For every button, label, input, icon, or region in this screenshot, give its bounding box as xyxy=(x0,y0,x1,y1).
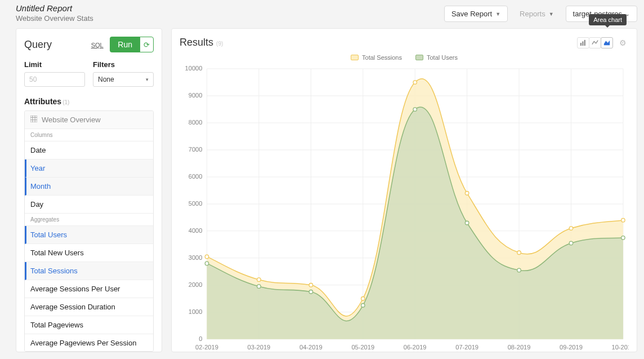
limit-input[interactable] xyxy=(24,72,85,87)
filters-value: None xyxy=(98,76,114,83)
svg-point-41 xyxy=(309,283,312,287)
run-button[interactable]: Run xyxy=(110,37,140,52)
chart-line-button[interactable] xyxy=(589,37,601,48)
svg-point-52 xyxy=(413,108,417,112)
attribute-group[interactable]: Website Overview xyxy=(25,111,153,129)
refresh-button[interactable]: ⟳ xyxy=(140,37,154,52)
aggregate-item[interactable]: Total Users xyxy=(25,226,153,244)
reports-dropdown[interactable]: Reports ▼ xyxy=(512,6,561,22)
line-chart-icon xyxy=(592,39,598,46)
svg-text:4000: 4000 xyxy=(189,227,203,234)
svg-text:7000: 7000 xyxy=(189,146,203,153)
svg-text:8000: 8000 xyxy=(189,119,203,126)
svg-text:3000: 3000 xyxy=(189,254,203,261)
svg-text:07-2019: 07-2019 xyxy=(455,344,478,351)
svg-rect-7 xyxy=(584,39,585,45)
query-title: Query xyxy=(24,39,52,51)
columns-subheading: Columns xyxy=(25,129,153,141)
svg-rect-5 xyxy=(580,43,582,46)
svg-point-49 xyxy=(257,285,261,289)
svg-point-51 xyxy=(361,304,365,308)
svg-text:09-2019: 09-2019 xyxy=(560,344,583,351)
svg-text:6000: 6000 xyxy=(189,173,203,180)
table-icon xyxy=(30,116,37,124)
svg-text:06-2019: 06-2019 xyxy=(404,344,427,351)
svg-text:10-2019: 10-2019 xyxy=(612,344,629,351)
svg-point-47 xyxy=(621,218,625,222)
svg-text:02-2019: 02-2019 xyxy=(195,344,218,351)
svg-point-46 xyxy=(569,227,573,231)
svg-point-44 xyxy=(465,191,468,195)
refresh-icon: ⟳ xyxy=(144,41,150,49)
sql-link[interactable]: SQL xyxy=(91,42,104,48)
svg-point-54 xyxy=(517,268,521,272)
save-report-button[interactable]: Save Report ▼ xyxy=(444,6,508,22)
chart-bar-button[interactable] xyxy=(577,37,589,48)
aggregate-item[interactable]: Total New Users xyxy=(25,244,153,262)
aggregates-subheading: Aggregates xyxy=(25,214,153,226)
chart-settings-button[interactable]: ⚙ xyxy=(616,37,629,48)
gear-icon: ⚙ xyxy=(619,38,627,47)
svg-point-39 xyxy=(205,255,208,259)
page-subtitle: Website Overview Stats xyxy=(16,14,93,23)
column-item[interactable]: Month xyxy=(25,178,153,196)
svg-point-40 xyxy=(257,278,261,282)
svg-point-53 xyxy=(465,221,468,225)
attribute-group-label: Website Overview xyxy=(42,116,101,124)
aggregate-item[interactable]: Average Session Duration xyxy=(25,298,153,316)
svg-text:05-2019: 05-2019 xyxy=(351,344,374,351)
save-report-label: Save Report xyxy=(451,10,492,18)
svg-text:03-2019: 03-2019 xyxy=(248,344,271,351)
svg-text:5000: 5000 xyxy=(189,200,203,207)
svg-point-56 xyxy=(621,236,625,240)
limit-label: Limit xyxy=(24,60,85,69)
caret-down-icon: ▼ xyxy=(549,11,554,17)
legend-users-label: Total Users xyxy=(427,54,458,61)
svg-point-45 xyxy=(517,251,521,255)
attributes-heading: Attributes(1) xyxy=(24,97,154,106)
caret-down-icon: ▾ xyxy=(146,77,149,82)
column-item[interactable]: Year xyxy=(25,159,153,178)
aggregate-item[interactable]: Total Pageviews xyxy=(25,316,153,334)
swatch-users xyxy=(415,55,423,60)
aggregate-item[interactable]: Total Sessions xyxy=(25,262,153,280)
reports-label: Reports xyxy=(520,10,545,18)
caret-down-icon: ▼ xyxy=(495,11,500,17)
svg-point-50 xyxy=(309,290,312,294)
filters-select[interactable]: None ▾ xyxy=(93,72,154,87)
svg-text:2000: 2000 xyxy=(189,281,203,288)
svg-text:10000: 10000 xyxy=(185,65,203,72)
svg-point-43 xyxy=(413,81,417,85)
aggregate-item[interactable]: Average Sessions Per User xyxy=(25,280,153,298)
svg-point-55 xyxy=(569,241,573,245)
chart-type-toolbar: ⚙ xyxy=(578,37,629,48)
aggregate-item[interactable]: Average Pageviews Per Session xyxy=(25,334,153,352)
svg-point-42 xyxy=(361,297,365,301)
chart-area-button[interactable] xyxy=(601,37,613,48)
column-item[interactable]: Date xyxy=(25,141,153,159)
legend-sessions-label: Total Sessions xyxy=(362,54,402,61)
area-chart: 0100020003000400050006000700080009000100… xyxy=(180,65,629,352)
page-title: Untitled Report xyxy=(16,3,93,13)
svg-text:1000: 1000 xyxy=(189,308,203,315)
svg-text:04-2019: 04-2019 xyxy=(299,344,323,351)
svg-text:9000: 9000 xyxy=(189,92,203,99)
results-title: Results (9) xyxy=(180,37,223,48)
svg-text:08-2019: 08-2019 xyxy=(508,344,531,351)
query-panel: Query SQL Run ⟳ Limit Fil xyxy=(16,28,162,352)
svg-rect-6 xyxy=(582,41,583,46)
results-panel: Area chart Results (9) ⚙ xyxy=(171,28,637,352)
svg-rect-0 xyxy=(30,116,37,122)
legend-users[interactable]: Total Users xyxy=(415,54,458,61)
svg-text:0: 0 xyxy=(199,335,202,342)
column-item[interactable]: Day xyxy=(25,196,153,214)
swatch-sessions xyxy=(351,55,359,60)
area-chart-icon xyxy=(603,39,610,46)
filters-label: Filters xyxy=(93,60,154,69)
bar-chart-icon xyxy=(580,39,587,46)
tooltip-area-chart: Area chart xyxy=(589,14,627,25)
legend-sessions[interactable]: Total Sessions xyxy=(351,54,402,61)
svg-point-48 xyxy=(205,262,208,265)
